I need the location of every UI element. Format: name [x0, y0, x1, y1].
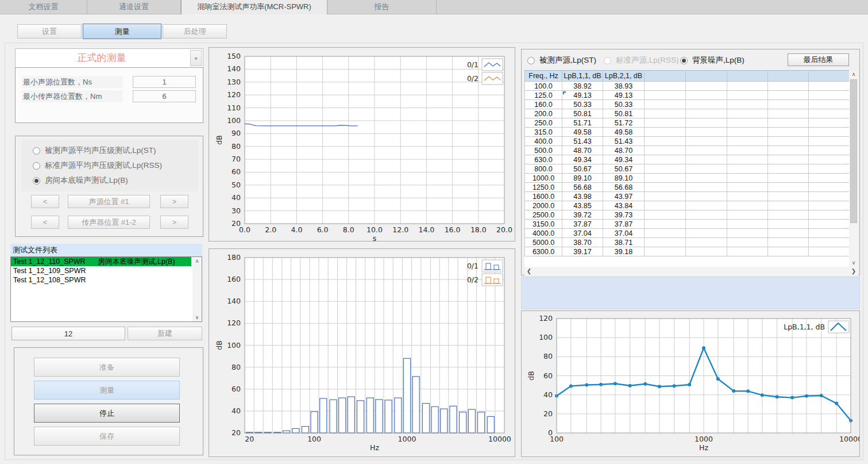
test-file-list[interactable]: Test 1_12_110_SPWR房间本底噪声测试,Lp(B)Test 1_1…: [10, 256, 202, 322]
table-cell[interactable]: [768, 220, 809, 229]
tab-0[interactable]: 文档设置: [0, 0, 87, 14]
table-cell[interactable]: [686, 82, 727, 91]
ns-input[interactable]: 1: [133, 76, 196, 88]
radio-lp-rss[interactable]: 标准声源平均声压级测试,Lp(RSS): [33, 161, 162, 171]
table-cell[interactable]: [727, 201, 768, 210]
table-cell[interactable]: [727, 82, 768, 91]
table-cell[interactable]: [809, 238, 850, 247]
table-column-header[interactable]: [727, 71, 768, 82]
table-cell[interactable]: [727, 91, 768, 100]
table-cell[interactable]: [645, 82, 686, 91]
table-cell[interactable]: [686, 146, 727, 155]
table-cell[interactable]: [809, 109, 850, 118]
file-list-scrollbar[interactable]: ∧ ∨: [192, 257, 202, 321]
table-cell[interactable]: [809, 137, 850, 146]
mic-prev-button[interactable]: <: [31, 216, 59, 229]
table-cell[interactable]: 1250.0: [525, 183, 562, 192]
table-cell[interactable]: [686, 229, 727, 238]
table-cell[interactable]: [686, 220, 727, 229]
table-cell[interactable]: [686, 247, 727, 256]
table-cell[interactable]: [645, 137, 686, 146]
table-cell[interactable]: [645, 128, 686, 137]
table-cell[interactable]: [645, 247, 686, 256]
table-cell[interactable]: 49.13: [562, 91, 603, 100]
table-cell[interactable]: [727, 192, 768, 201]
table-cell[interactable]: [809, 174, 850, 183]
table-cell[interactable]: [809, 100, 850, 109]
table-cell[interactable]: [645, 201, 686, 210]
table-cell[interactable]: [727, 238, 768, 247]
table-cell[interactable]: [645, 164, 686, 174]
table-cell[interactable]: [768, 238, 809, 247]
table-cell[interactable]: 56.68: [562, 183, 603, 192]
table-cell[interactable]: [686, 183, 727, 192]
tab-postprocess[interactable]: 后处理: [163, 24, 227, 39]
radio-lp-b[interactable]: 房间本底噪声测试,Lp(B): [33, 176, 128, 186]
final-result-button[interactable]: 最后结果: [788, 53, 849, 66]
table-cell[interactable]: 100.0: [525, 82, 562, 91]
table-cell[interactable]: 50.81: [603, 109, 645, 118]
radio-result-b[interactable]: 背景噪声,Lp(B): [680, 56, 744, 66]
table-horizontal-scrollbar[interactable]: ❮ ❯: [524, 267, 858, 275]
table-cell[interactable]: [809, 118, 850, 128]
table-cell[interactable]: 43.98: [562, 192, 603, 201]
table-cell[interactable]: [727, 100, 768, 109]
table-cell[interactable]: 37.87: [562, 220, 603, 229]
table-cell[interactable]: [809, 91, 850, 100]
table-cell[interactable]: [686, 100, 727, 109]
table-cell[interactable]: [686, 128, 727, 137]
table-cell[interactable]: 48.70: [603, 146, 645, 155]
table-cell[interactable]: [645, 109, 686, 118]
file-list-item[interactable]: Test 1_12_109_SPWR: [11, 266, 191, 275]
table-cell[interactable]: [768, 164, 809, 174]
table-cell[interactable]: [768, 100, 809, 109]
table-cell[interactable]: 4000.0: [525, 229, 562, 238]
file-list-item[interactable]: Test 1_12_110_SPWR房间本底噪声测试,Lp(B): [11, 257, 191, 266]
table-cell[interactable]: [686, 192, 727, 201]
table-cell[interactable]: [768, 229, 809, 238]
table-cell[interactable]: 39.72: [562, 210, 603, 220]
table-cell[interactable]: 5000.0: [525, 238, 562, 247]
table-cell[interactable]: [686, 201, 727, 210]
table-cell[interactable]: 89.10: [603, 174, 645, 183]
table-cell[interactable]: [809, 164, 850, 174]
table-column-header[interactable]: Freq., Hz: [525, 71, 562, 82]
table-cell[interactable]: [768, 146, 809, 155]
table-cell[interactable]: [768, 183, 809, 192]
table-cell[interactable]: [727, 128, 768, 137]
table-cell[interactable]: [686, 155, 727, 164]
table-cell[interactable]: 43.85: [562, 201, 603, 210]
table-cell[interactable]: 49.58: [603, 128, 645, 137]
table-cell[interactable]: 39.18: [603, 247, 645, 256]
new-button[interactable]: 新建: [128, 327, 202, 340]
table-cell[interactable]: [809, 82, 850, 91]
table-cell[interactable]: [768, 210, 809, 220]
scroll-left-icon[interactable]: ❮: [524, 267, 534, 275]
table-column-header[interactable]: [645, 71, 686, 82]
table-cell[interactable]: [768, 192, 809, 201]
table-cell[interactable]: [686, 164, 727, 174]
table-cell[interactable]: [809, 201, 850, 210]
radio-result-st[interactable]: 被测声源,Lp(ST): [527, 56, 596, 66]
table-cell[interactable]: [727, 109, 768, 118]
table-cell[interactable]: 49.34: [603, 155, 645, 164]
table-cell[interactable]: [645, 220, 686, 229]
table-cell[interactable]: 1000.0: [525, 174, 562, 183]
table-cell[interactable]: [727, 146, 768, 155]
table-cell[interactable]: [809, 128, 850, 137]
table-cell[interactable]: [686, 118, 727, 128]
table-cell[interactable]: [645, 192, 686, 201]
table-cell[interactable]: [727, 210, 768, 220]
table-cell[interactable]: [686, 109, 727, 118]
table-column-header[interactable]: LpB,2,1, dB: [603, 71, 645, 82]
mic-next-button[interactable]: >: [160, 216, 188, 229]
nm-input[interactable]: 6: [133, 90, 196, 102]
table-cell[interactable]: [727, 174, 768, 183]
legend-item-box[interactable]: [482, 59, 503, 71]
table-cell[interactable]: 51.72: [603, 118, 645, 128]
measure-button[interactable]: 测量: [34, 381, 180, 400]
table-cell[interactable]: [727, 229, 768, 238]
table-cell[interactable]: [645, 183, 686, 192]
table-cell[interactable]: [727, 164, 768, 174]
table-cell[interactable]: 49.58: [562, 128, 603, 137]
